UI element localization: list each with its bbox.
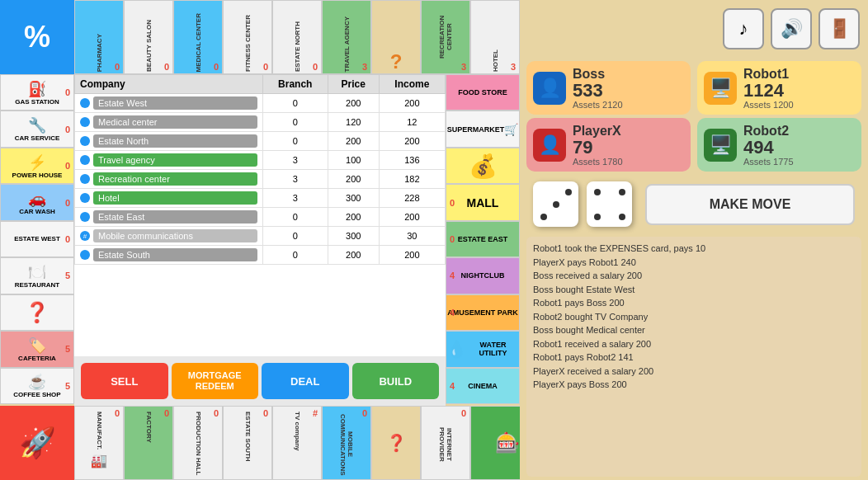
action-buttons: SELL MORTGAGEREDEEM DEAL BUILD <box>74 356 446 406</box>
cinema-label: CINEMA <box>468 382 498 390</box>
make-move-button[interactable]: MAKE MOVE <box>645 184 855 225</box>
robot1-assets: Assets 1200 <box>743 100 855 110</box>
table-row[interactable]: Estate West 0 200 200 <box>75 94 446 113</box>
carservice-icon: 🔧 <box>28 116 46 134</box>
water-label: WATER UTILITY <box>467 341 519 357</box>
prop-name: Estate South <box>93 248 257 261</box>
table-row[interactable]: Medical center 0 120 12 <box>75 113 446 132</box>
table-row[interactable]: # Mobile communications 0 300 30 <box>75 227 446 246</box>
build-button[interactable]: BUILD <box>352 363 440 399</box>
boss-name: Boss <box>573 67 684 82</box>
left-cell-carwash: 🚗 CAR WASH 0 <box>0 184 74 220</box>
row-income: 30 <box>379 227 445 246</box>
image-icon: 💰 <box>469 153 498 180</box>
volume-button[interactable]: 🔊 <box>771 8 812 49</box>
carservice-num: 0 <box>65 125 70 134</box>
bottom-left-corner: 🚀 <box>0 406 74 480</box>
rs-estateeast: 0 ESTATE EAST <box>446 221 520 257</box>
power-num: 0 <box>65 161 70 171</box>
row-name: Estate South <box>75 246 263 265</box>
sell-button[interactable]: SELL <box>81 363 168 399</box>
beauty-num: 0 <box>164 62 169 72</box>
robot1-icon: 🖥️ <box>704 72 737 105</box>
row-price: 300 <box>328 227 379 246</box>
cafeteria-num: 5 <box>65 344 70 354</box>
robot2-name: Robot2 <box>743 124 855 139</box>
playerx-assets: Assets 1780 <box>573 157 684 167</box>
carservice-label: CAR SERVICE <box>15 134 60 142</box>
boss-info: Boss 533 Assets 2120 <box>573 67 684 110</box>
coffeeshop-num: 5 <box>65 381 70 391</box>
log-line-0: Robot1 took the EXPENSES card, pays 10 <box>533 242 855 256</box>
top-cell-beauty: BEAUTY SALON 0 <box>124 0 173 74</box>
row-branch: 3 <box>262 189 328 208</box>
bottom-cell-internet: 0 INTERNET PROVIDER <box>421 406 470 480</box>
row-branch: 0 <box>262 227 328 246</box>
table-row[interactable]: Estate East 0 200 200 <box>75 208 446 227</box>
property-table: Company Branch Price Income Estate West … <box>74 74 446 265</box>
dot-icon <box>80 155 90 165</box>
production-label: PRODUCTION HALL <box>193 410 204 477</box>
nightclub-num: 4 <box>450 271 455 280</box>
col-price: Price <box>328 75 379 94</box>
pharmacy-label: PHARMACY <box>94 32 105 73</box>
exit-button[interactable]: 🚪 <box>818 8 860 49</box>
right-panel: ♪ 🔊 🚪 👤 Boss 533 Assets 2120 🖥️ Robot1 <box>520 0 868 480</box>
row-income: 136 <box>379 151 445 170</box>
pharmacy-num: 0 <box>115 62 120 72</box>
left-cell-q2: ❓ <box>0 294 74 331</box>
amusement-num: 4 <box>450 308 455 318</box>
top-cell-estatenorth: ESTATE NORTH 0 <box>272 0 322 74</box>
hotel-label: HOTEL <box>490 48 501 73</box>
player-row-bottom: 👤 PlayerX 79 Assets 1780 🖥️ Robot2 494 A… <box>526 118 861 172</box>
water-icon: 💧 <box>446 339 467 359</box>
bottom-cell-estatesouth: 0 ESTATE SOUTH <box>223 406 272 480</box>
dot-icon <box>80 212 90 222</box>
rs-nightclub: 4 NIGHTCLUB <box>446 257 520 294</box>
beauty-label: BEAUTY SALON <box>144 18 154 73</box>
estatesouth-num: 0 <box>263 408 268 418</box>
top-cell-travel: TRAVEL AGENCY 3 <box>322 0 371 74</box>
row-branch: 3 <box>262 170 328 189</box>
col-income: Income <box>379 75 445 94</box>
row-income: 200 <box>379 94 445 113</box>
table-row[interactable]: Estate South 0 200 200 <box>75 246 446 265</box>
playerx-info: PlayerX 79 Assets 1780 <box>573 124 684 167</box>
row-branch: 0 <box>262 208 328 227</box>
log-line-6: Boss bought Medical center <box>533 323 855 337</box>
prop-name: Estate East <box>93 210 257 224</box>
left-cell-powerhouse: ⚡ POWER HOUSE 0 <box>0 148 74 184</box>
row-income: 12 <box>379 113 445 132</box>
top-cell-recreation: RECREATION CENTER 3 <box>421 0 470 74</box>
estateeast-label: ESTATE EAST <box>458 235 508 243</box>
deal-button[interactable]: DEAL <box>262 363 349 399</box>
top-cell-fitness: FITNESS CENTER 0 <box>223 0 272 74</box>
bottom-cell-q3: ❓ <box>371 406 421 480</box>
prop-name: Medical center <box>93 115 257 129</box>
table-row[interactable]: Estate North 0 200 200 <box>75 132 446 151</box>
top-cells: PHARMACY 0 BEAUTY SALON 0 MEDICAL CENTER… <box>74 0 520 74</box>
recreation-label: RECREATION CENTER <box>436 1 455 73</box>
playerx-balance: 79 <box>573 139 684 157</box>
gas-num: 0 <box>65 87 70 97</box>
log-line-3: Boss bought Estate West <box>533 283 855 297</box>
mortgage-button[interactable]: MORTGAGEREDEEM <box>172 363 259 399</box>
bottom-cell-tv: # TV company <box>272 406 322 480</box>
carwash-num: 0 <box>65 198 70 208</box>
percent-icon: % <box>24 20 50 54</box>
boss-assets: Assets 2120 <box>573 100 684 110</box>
dot-icon <box>80 117 90 127</box>
table-row[interactable]: Travel agency 3 100 136 <box>75 151 446 170</box>
bottom-cell-factory: 0 FACTORY <box>124 406 173 480</box>
row-price: 300 <box>328 189 379 208</box>
power-label: POWER HOUSE <box>12 172 63 179</box>
table-row[interactable]: Recreation center 3 200 182 <box>75 170 446 189</box>
left-cell-gasstation: ⛽ GAS STATION 0 <box>0 74 74 111</box>
estatenorth-num: 0 <box>313 62 318 72</box>
row-branch: 0 <box>262 246 328 265</box>
prop-name: Hotel <box>93 191 257 205</box>
music-button[interactable]: ♪ <box>723 8 764 49</box>
row-income: 228 <box>379 189 445 208</box>
playerx-icon: 👤 <box>533 129 566 162</box>
table-row[interactable]: Hotel 3 300 228 <box>75 189 446 208</box>
